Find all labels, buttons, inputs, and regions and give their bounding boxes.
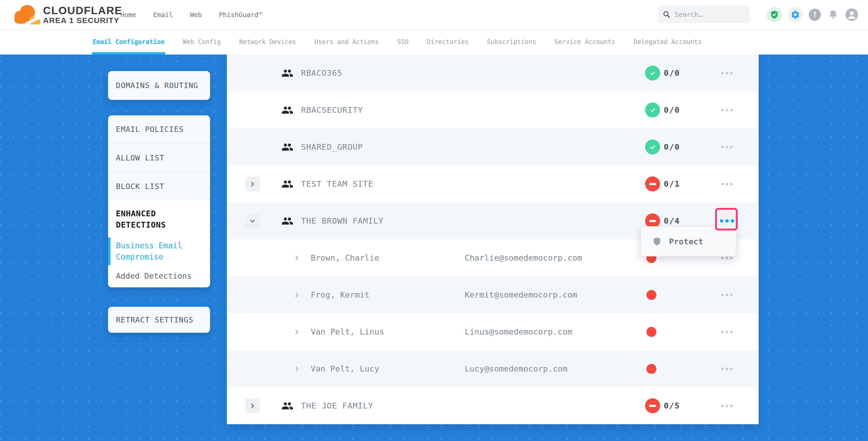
menu-item-protect[interactable]: Protect	[669, 237, 703, 246]
search-icon	[663, 10, 671, 18]
row-actions-button[interactable]	[721, 350, 733, 387]
group-name: SHARED_GROUP	[301, 128, 363, 165]
section-tabs: Email Configuration Web Config Network D…	[0, 29, 868, 55]
expand-chevron-button[interactable]	[245, 177, 260, 191]
search-box[interactable]	[658, 6, 750, 23]
sidebar-label: Business Email Compromise	[116, 241, 182, 261]
shield-check-icon[interactable]	[767, 7, 782, 22]
row-actions-button[interactable]	[721, 92, 733, 128]
table-row-member: Van Pelt, Linus Linus@somedemocorp.com	[227, 313, 758, 350]
primary-nav: Home Email Web PhishGuard™	[120, 0, 262, 29]
collapse-chevron-button[interactable]	[245, 214, 260, 228]
member-email: Charlie@somedemocorp.com	[465, 240, 582, 276]
chevron-right-icon	[249, 181, 256, 187]
sidebar-item-domains-routing[interactable]: DOMAINS & ROUTING	[108, 71, 210, 100]
table-row-group: RBACSECURITY 0/0	[227, 92, 758, 128]
member-name: Frog, Kermit	[311, 276, 370, 313]
nav-item-phishguard[interactable]: PhishGuard™	[219, 11, 262, 19]
protection-count: 0/0	[664, 55, 680, 92]
row-actions-button[interactable]	[721, 313, 733, 350]
row-actions-button[interactable]	[721, 128, 733, 165]
group-name: THE JOE FAMILY	[301, 387, 373, 424]
group-name: THE BROWN FAMILY	[301, 202, 384, 240]
table-row-member: Van Pelt, Lucy Lucy@somedemocorp.com	[227, 350, 758, 387]
protection-count: 0/5	[664, 387, 680, 424]
protection-count: 0/0	[664, 128, 680, 165]
table-row-member: Frog, Kermit Kermit@somedemocorp.com	[227, 276, 758, 313]
area1-security-app: CLOUDFLARE AREA 1 SECURITY Home Email We…	[0, 0, 868, 441]
expand-chevron-button[interactable]	[245, 399, 260, 413]
row-actions-button-active[interactable]	[717, 211, 737, 231]
group-people-icon	[281, 141, 293, 153]
chevron-right-icon[interactable]	[294, 329, 300, 335]
group-people-icon	[281, 215, 293, 227]
product-name: AREA 1 SECURITY	[43, 16, 122, 25]
status-ok-badge	[645, 102, 660, 118]
table-row-group: THE JOE FAMILY 0/5	[227, 387, 758, 424]
logo-text: CLOUDFLARE AREA 1 SECURITY	[43, 5, 122, 25]
ellipsis-dot	[720, 219, 723, 223]
status-ok-badge	[645, 66, 660, 81]
table-row-group: TEST TEAM SITE 0/1	[227, 165, 758, 202]
tab-email-configuration[interactable]: Email Configuration	[92, 29, 165, 55]
status-alert-dot	[646, 290, 656, 300]
member-name: Brown, Charlie	[311, 240, 379, 276]
tab-subscriptions[interactable]: Subscriptions	[487, 29, 537, 55]
settings-gear-icon[interactable]	[788, 7, 803, 22]
tab-directories[interactable]: Directories	[426, 29, 469, 55]
nav-item-email[interactable]: Email	[153, 11, 173, 19]
header-icons: ?	[767, 0, 858, 29]
table-row-group: SHARED_GROUP 0/0	[227, 128, 758, 165]
sidebar-item-added-detections[interactable]: Added Detections	[116, 270, 202, 282]
status-ok-badge	[645, 139, 660, 154]
tab-sso[interactable]: SSO	[397, 29, 409, 55]
sidebar-item-email-policies[interactable]: EMAIL POLICIES	[108, 115, 210, 144]
sidebar-item-allow-list[interactable]: ALLOW LIST	[108, 144, 210, 172]
tab-network-devices[interactable]: Network Devices	[239, 29, 297, 55]
sidebar-item-business-email-compromise[interactable]: Business Email Compromise	[116, 240, 202, 262]
cloudflare-logo[interactable]: CLOUDFLARE AREA 1 SECURITY	[12, 2, 122, 28]
chevron-right-icon	[249, 403, 256, 409]
nav-item-home[interactable]: Home	[120, 11, 136, 19]
chevron-right-icon[interactable]	[294, 292, 300, 298]
nav-item-web[interactable]: Web	[190, 11, 202, 19]
active-indicator-bar	[108, 237, 111, 265]
member-name: Van Pelt, Lucy	[311, 350, 379, 387]
row-actions-button[interactable]	[721, 55, 733, 92]
member-email: Kermit@somedemocorp.com	[465, 276, 577, 313]
chevron-right-icon[interactable]	[294, 366, 300, 372]
group-people-icon	[281, 178, 293, 190]
tab-delegated-accounts[interactable]: Delegated Accounts	[633, 29, 702, 55]
protection-count: 0/1	[664, 165, 680, 202]
top-header: CLOUDFLARE AREA 1 SECURITY Home Email We…	[0, 0, 868, 30]
protection-count: 0/0	[664, 92, 680, 128]
account-avatar-icon[interactable]	[845, 8, 858, 21]
group-people-icon	[281, 67, 293, 79]
shield-icon	[652, 237, 662, 246]
ellipsis-dot	[731, 219, 734, 223]
enhanced-detections-panel: ENHANCED DETECTIONS Business Email Compr…	[108, 200, 210, 287]
group-name: TEST TEAM SITE	[301, 165, 373, 202]
row-actions-button[interactable]	[721, 276, 733, 313]
group-people-icon	[281, 400, 293, 412]
ellipsis-dot	[725, 219, 729, 223]
chevron-down-icon	[249, 218, 256, 224]
sidebar-item-retract-settings[interactable]: RETRACT SETTINGS	[108, 307, 210, 333]
tab-users-and-actions[interactable]: Users and Actions	[314, 29, 379, 55]
tab-service-accounts[interactable]: Service Accounts	[554, 29, 616, 55]
row-actions-button[interactable]	[721, 387, 733, 424]
sidebar-label: DOMAINS & ROUTING	[116, 81, 198, 90]
row-actions-button[interactable]	[721, 165, 733, 202]
status-alert-badge	[645, 398, 660, 413]
search-input[interactable]	[674, 10, 738, 19]
status-alert-dot	[646, 327, 656, 337]
tab-web-config[interactable]: Web Config	[183, 29, 222, 55]
help-icon[interactable]: ?	[809, 9, 821, 21]
notifications-bell-icon[interactable]	[827, 8, 840, 21]
member-email: Linus@somedemocorp.com	[465, 313, 572, 350]
member-email: Lucy@somedemocorp.com	[465, 350, 567, 387]
chevron-right-icon[interactable]	[294, 255, 300, 261]
sidebar-item-block-list[interactable]: BLOCK LIST	[108, 172, 210, 200]
status-alert-badge	[645, 177, 660, 191]
table-row-group: RBACO365 0/0	[227, 55, 758, 92]
